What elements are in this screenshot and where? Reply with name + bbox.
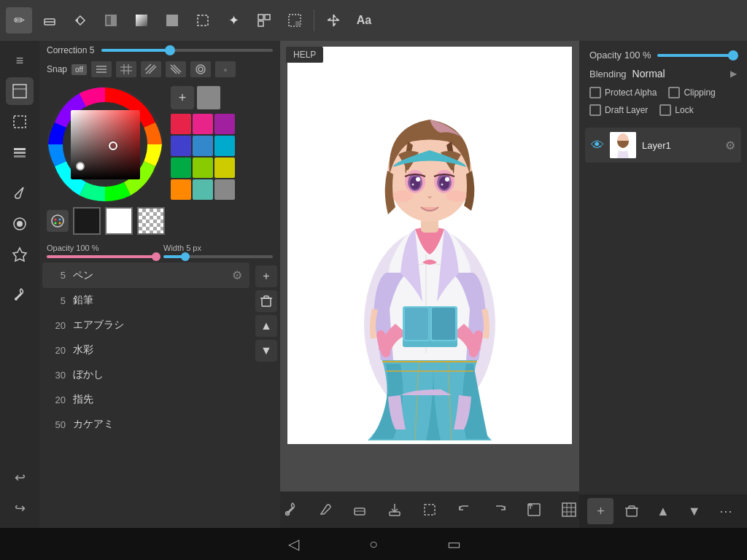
swatch-1[interactable] [193, 114, 213, 134]
download-canvas-btn[interactable] [384, 497, 405, 523]
layer-visibility-icon[interactable]: 👁 [591, 138, 604, 153]
warp-btn[interactable] [251, 7, 277, 34]
move-layer-down-btn[interactable]: ▼ [681, 498, 708, 524]
text-btn[interactable]: Aa [351, 7, 377, 34]
swatch-4[interactable] [193, 136, 213, 156]
right-panel: Opacity 100 % Blending Normal ▶ Protect … [579, 41, 747, 528]
brush-item-6[interactable]: 50 カケアミ [42, 412, 249, 437]
selection-canvas-btn[interactable] [419, 497, 440, 523]
color-fill-btn[interactable] [98, 7, 124, 34]
brush-settings-0[interactable]: ⚙ [232, 268, 242, 282]
correction-slider[interactable] [101, 49, 273, 52]
swatch-10[interactable] [193, 179, 213, 200]
brush-item-4[interactable]: 30 ぼかし [42, 362, 249, 387]
swatch-9[interactable] [171, 179, 191, 200]
pen-canvas-btn[interactable] [315, 497, 336, 523]
layer-item-0[interactable]: 👁 Layer1 ⚙ [585, 128, 741, 163]
palette-btn[interactable] [47, 210, 69, 232]
lock-label: Lock [675, 105, 693, 115]
canvas-settings-icon[interactable] [6, 77, 34, 105]
fill-sidebar-icon[interactable] [6, 210, 34, 238]
snap-grid-icon[interactable] [116, 61, 136, 77]
delete-brush-btn[interactable] [255, 290, 277, 312]
eyedropper-canvas-btn[interactable] [280, 497, 301, 523]
brush-opacity-slider[interactable] [47, 255, 156, 258]
layers-sidebar-icon[interactable] [6, 139, 34, 166]
move-brush-down-btn[interactable]: ▼ [255, 340, 277, 362]
gradient-fill-btn[interactable] [128, 7, 155, 34]
lock-checkbox[interactable]: Lock [659, 104, 693, 116]
draft-layer-checkbox[interactable]: Draft Layer [589, 104, 648, 116]
delete-layer-btn[interactable] [619, 498, 645, 524]
brush-item-3[interactable]: 20 水彩 [42, 338, 249, 362]
layer-more-btn[interactable]: ⋯ [713, 498, 739, 524]
svg-point-66 [416, 177, 420, 182]
brush-item-5[interactable]: 20 指先 [42, 387, 249, 412]
selection-btn[interactable] [190, 7, 216, 34]
snap-lines-icon[interactable] [91, 61, 112, 77]
swatch-11[interactable] [214, 179, 235, 200]
redo-sidebar-icon[interactable]: ↪ [6, 494, 34, 522]
move-brush-up-btn[interactable]: ▲ [255, 315, 277, 337]
add-color-btn[interactable]: + [171, 86, 194, 109]
correction-slider-thumb [165, 45, 175, 55]
swatch-6[interactable] [171, 158, 191, 178]
color-gradient-square[interactable] [71, 110, 140, 179]
background-color[interactable] [105, 207, 133, 235]
stamp-sidebar-icon[interactable] [6, 241, 34, 268]
brush-item-1[interactable]: 5 鉛筆 [42, 288, 249, 313]
snap-circle-icon[interactable] [190, 61, 211, 77]
swatch-5[interactable] [214, 136, 235, 156]
add-layer-btn[interactable]: + [587, 498, 614, 524]
sample-color-btn[interactable] [159, 7, 185, 34]
opacity-slider[interactable] [657, 54, 737, 57]
clipping-checkbox[interactable]: Clipping [668, 87, 715, 98]
grid-canvas-btn[interactable] [559, 497, 579, 523]
color-wheel[interactable] [47, 86, 163, 203]
brush-item-2[interactable]: 20 エアブラシ [42, 313, 249, 338]
snap-stripes-icon[interactable] [141, 61, 161, 77]
layer-settings-icon[interactable]: ⚙ [725, 139, 735, 152]
move-layer-up-btn[interactable]: ▲ [650, 498, 676, 524]
swatch-3[interactable] [171, 136, 191, 156]
snap-off-btn[interactable]: off [71, 64, 87, 75]
eraser-tool-btn[interactable] [36, 7, 63, 34]
redo-canvas-btn[interactable] [489, 497, 510, 523]
color-palette-btn[interactable] [197, 86, 220, 109]
blending-arrow-icon[interactable]: ▶ [730, 69, 737, 79]
swatch-2[interactable] [214, 114, 235, 134]
pen-tool-btn[interactable]: ✏ [6, 7, 32, 34]
lasso-btn[interactable] [282, 7, 308, 34]
hamburger-menu-icon[interactable]: ≡ [6, 47, 34, 74]
eraser-canvas-btn[interactable] [350, 497, 371, 523]
export-canvas-btn[interactable] [524, 497, 544, 523]
eyedropper-btn[interactable]: ✦ [220, 7, 247, 34]
swatch-8[interactable] [214, 158, 235, 178]
add-brush-btn[interactable]: + [255, 265, 277, 287]
protect-alpha-checkbox[interactable]: Protect Alpha [589, 87, 657, 98]
back-nav-btn[interactable]: ◁ [282, 533, 304, 555]
layer-name-0: Layer1 [642, 140, 719, 151]
snap-hatching-icon[interactable] [166, 61, 186, 77]
help-button[interactable]: HELP [286, 47, 323, 63]
snap-dot-icon[interactable]: ● [215, 61, 236, 77]
foreground-color[interactable] [73, 207, 101, 235]
recent-nav-btn[interactable]: ▭ [443, 533, 465, 555]
brush-item-0[interactable]: 5 ペン ⚙ [42, 262, 249, 288]
transparent-color[interactable] [137, 207, 165, 235]
canvas-drawing[interactable] [287, 47, 572, 444]
home-nav-btn[interactable]: ○ [363, 533, 384, 555]
swatch-7[interactable] [193, 158, 213, 178]
brush-sidebar-icon[interactable] [6, 179, 34, 207]
undo-sidebar-icon[interactable]: ↩ [6, 464, 34, 491]
transform-tool-btn[interactable] [67, 7, 93, 34]
move-btn[interactable] [320, 7, 347, 34]
blending-value: Normal [632, 68, 724, 79]
opacity-row: Opacity 100 % [589, 50, 737, 61]
lock-box [659, 104, 671, 116]
selection-sidebar-icon[interactable] [6, 108, 34, 136]
brush-width-slider[interactable] [163, 255, 273, 258]
eyedropper-sidebar-icon[interactable] [6, 281, 34, 309]
undo-canvas-btn[interactable] [454, 497, 475, 523]
swatch-0[interactable] [171, 114, 191, 134]
